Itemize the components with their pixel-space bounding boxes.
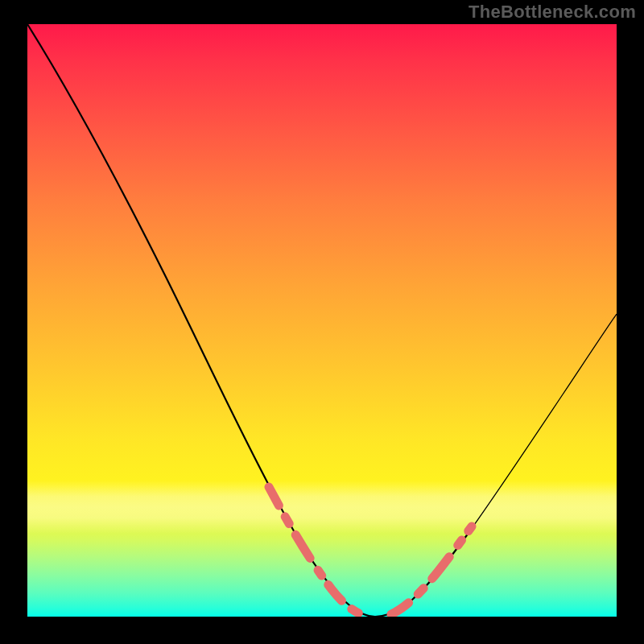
highlight-dash-left xyxy=(269,487,365,616)
bottleneck-curve-right-upper xyxy=(469,314,617,533)
bottleneck-curve-left xyxy=(27,24,375,617)
curve-layer xyxy=(27,24,617,617)
plot-area xyxy=(27,24,617,617)
watermark-text: TheBottleneck.com xyxy=(469,2,636,23)
highlight-dash-right xyxy=(391,526,472,614)
chart-frame: TheBottleneck.com xyxy=(0,0,644,644)
